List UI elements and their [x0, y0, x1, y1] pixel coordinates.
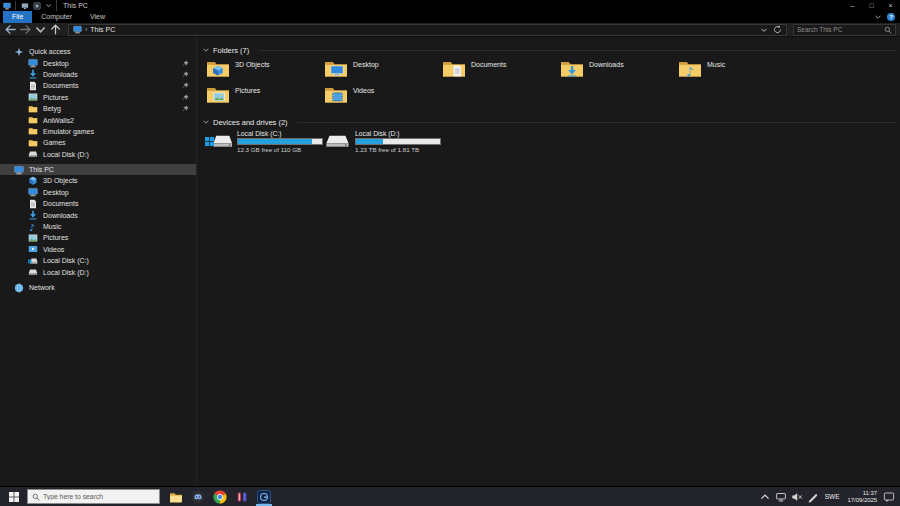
clock[interactable]: 11:37 17/09/2025 — [846, 490, 879, 504]
language-indicator[interactable]: SWE — [823, 493, 842, 500]
qat-computer-icon[interactable] — [21, 2, 29, 10]
sidebar-section-network[interactable]: Network — [0, 282, 196, 293]
sidebar-item-label: Documents — [43, 82, 78, 89]
explorer-search-box[interactable] — [793, 24, 896, 36]
forward-button[interactable] — [19, 24, 32, 35]
sidebar-section-label: Network — [29, 284, 55, 291]
group-rule — [297, 122, 896, 123]
search-icon[interactable] — [884, 26, 892, 34]
taskbar-app-medal[interactable] — [231, 487, 253, 506]
folder-tile-videos[interactable]: Videos — [320, 84, 438, 110]
refresh-icon[interactable] — [773, 25, 782, 34]
address-bar[interactable]: › This PC — [68, 24, 787, 36]
drive-tile-local-disk-c[interactable]: Local Disk (C:)12.3 GB free of 110 GB — [202, 130, 320, 158]
pen-icon[interactable] — [807, 491, 819, 503]
sidebar-item-label: Documents — [43, 200, 78, 207]
breadcrumb-pc-icon — [73, 25, 82, 34]
folder-desktop-icon — [324, 59, 348, 79]
network-icon[interactable] — [775, 491, 787, 503]
group-header-devices-and-drives-2[interactable]: Devices and drives (2) — [202, 117, 900, 127]
folder-tile-music[interactable]: ♪Music — [674, 58, 792, 84]
recent-locations-caret-icon[interactable] — [34, 24, 47, 35]
pin-icon[interactable] — [182, 71, 189, 78]
sidebar-item-aniwalls2[interactable]: AniWalls2 — [0, 114, 196, 125]
folder-tile-downloads[interactable]: Downloads — [556, 58, 674, 84]
help-icon[interactable]: ? — [887, 13, 895, 21]
sidebar-item-music[interactable]: ♪Music — [0, 221, 196, 232]
folder-tile-3d-objects[interactable]: 3D Objects — [202, 58, 320, 84]
volume-muted-icon[interactable] — [791, 491, 803, 503]
folder-tile-documents[interactable]: Documents — [438, 58, 556, 84]
sidebar-item-games[interactable]: Games — [0, 137, 196, 148]
taskbar-app-file-explorer[interactable] — [165, 487, 187, 506]
ribbon-tab-file[interactable]: File — [3, 11, 32, 23]
qat-properties-icon[interactable] — [33, 2, 41, 10]
sidebar-item-downloads[interactable]: Downloads — [0, 69, 196, 80]
group-rule — [258, 50, 896, 51]
taskbar-app-active-window[interactable] — [253, 487, 275, 506]
drive-icon — [28, 267, 38, 277]
action-center-icon[interactable] — [883, 491, 895, 503]
sidebar-item-label: Downloads — [43, 71, 78, 78]
svg-text:♪: ♪ — [686, 65, 694, 79]
sidebar-item-local-disk-d[interactable]: Local Disk (D:) — [0, 149, 196, 160]
sidebar-item-videos[interactable]: Videos — [0, 244, 196, 255]
explorer-search-input[interactable] — [797, 26, 882, 33]
sidebar-section-label: Quick access — [29, 48, 71, 55]
downloads-icon — [28, 69, 38, 79]
taskbar: SWE 11:37 17/09/2025 — [0, 486, 900, 506]
sidebar-item-documents[interactable]: Documents — [0, 80, 196, 91]
start-button[interactable] — [0, 487, 27, 506]
sidebar-item-pictures[interactable]: Pictures — [0, 232, 196, 243]
pin-icon[interactable] — [182, 60, 189, 67]
sidebar-item-desktop[interactable]: Desktop — [0, 187, 196, 198]
medal-icon — [235, 490, 249, 504]
close-button[interactable]: × — [881, 0, 900, 11]
drive-icon — [28, 149, 38, 159]
sidebar-section-this-pc[interactable]: This PC — [0, 164, 196, 175]
sidebar-item-local-disk-d[interactable]: Local Disk (D:) — [0, 266, 196, 277]
sidebar-item-label: Downloads — [43, 212, 78, 219]
window-controls: – □ × — [843, 0, 900, 11]
sidebar-item-documents[interactable]: Documents — [0, 198, 196, 209]
up-button[interactable] — [49, 24, 62, 35]
sidebar-item-downloads[interactable]: Downloads — [0, 209, 196, 220]
title-bar: This PC – □ × — [0, 0, 900, 11]
this-pc-icon — [14, 165, 24, 175]
folder-tile-pictures[interactable]: Pictures — [202, 84, 320, 110]
drive-detail: 12.3 GB free of 110 GB — [237, 146, 323, 153]
back-button[interactable] — [4, 24, 17, 35]
pin-icon[interactable] — [182, 105, 189, 112]
sidebar-item-betyg[interactable]: Betyg — [0, 103, 196, 114]
taskbar-app-chrome[interactable] — [209, 487, 231, 506]
ribbon-right-controls: ? — [874, 11, 900, 23]
taskbar-search-box[interactable] — [27, 489, 160, 504]
sidebar-item-desktop[interactable]: Desktop — [0, 57, 196, 68]
folder-tile-label: Downloads — [589, 61, 624, 84]
taskbar-app-discord[interactable] — [187, 487, 209, 506]
sidebar-item-emulator-games[interactable]: Emulator games — [0, 126, 196, 137]
address-history-caret-icon[interactable] — [760, 26, 768, 34]
folder-tile-desktop[interactable]: Desktop — [320, 58, 438, 84]
sidebar-item-label: Local Disk (D:) — [43, 151, 89, 158]
taskbar-search-input[interactable] — [43, 493, 155, 500]
ribbon-tab-computer[interactable]: Computer — [32, 11, 81, 23]
maximize-button[interactable]: □ — [862, 0, 881, 11]
drive-tile-local-disk-d[interactable]: Local Disk (D:)1.23 TB free of 1.81 TB — [320, 130, 438, 158]
ribbon-collapse-icon[interactable] — [874, 13, 882, 21]
qat-customize-caret-icon[interactable] — [45, 2, 52, 9]
group-header-folders-7[interactable]: Folders (7) — [202, 45, 900, 55]
sidebar-item-3d-objects[interactable]: 3D Objects — [0, 175, 196, 186]
sidebar-item-pictures[interactable]: Pictures — [0, 92, 196, 103]
folder-videos-icon — [324, 85, 348, 105]
sidebar-item-local-disk-c[interactable]: Local Disk (C:) — [0, 255, 196, 266]
sidebar-section-quick-access[interactable]: Quick access — [0, 46, 196, 57]
content-area: Folders (7)3D ObjectsDesktopDocumentsDow… — [197, 37, 900, 486]
ribbon-tab-view[interactable]: View — [81, 11, 114, 23]
pin-icon[interactable] — [182, 82, 189, 89]
pin-icon[interactable] — [182, 94, 189, 101]
show-hidden-icons-chevron-icon[interactable] — [759, 491, 771, 503]
network-icon — [14, 283, 24, 293]
breadcrumb[interactable]: This PC — [90, 25, 115, 35]
minimize-button[interactable]: – — [843, 0, 862, 11]
